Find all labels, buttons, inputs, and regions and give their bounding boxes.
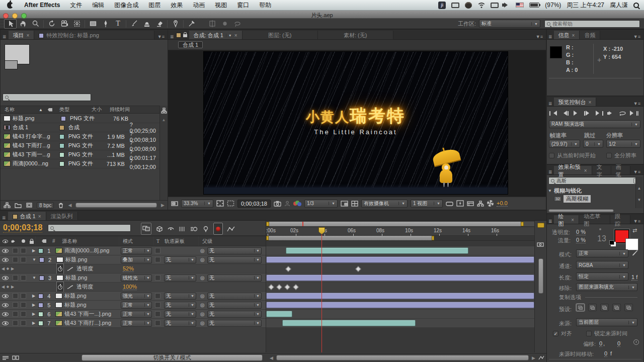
preserve-transparency-box[interactable] bbox=[155, 275, 160, 281]
layer-bar-lane-2[interactable] bbox=[266, 255, 534, 264]
expand-arrow-icon[interactable]: ▶ bbox=[32, 294, 35, 298]
layer-row-7[interactable]: ▶ 7 镜43 下雨打...].png 正常▼ 无▼ ◎ 无▼ bbox=[0, 319, 266, 328]
parent-dropdown[interactable]: 无▼ bbox=[207, 247, 262, 254]
tab-layer-viewer[interactable]: 图层: (无) bbox=[243, 31, 318, 39]
duration-frames-value[interactable]: 1 f bbox=[631, 274, 637, 281]
lock-icon[interactable] bbox=[183, 34, 187, 37]
previous-frame-button[interactable] bbox=[560, 110, 569, 117]
menu-file[interactable]: 文件 bbox=[65, 1, 87, 10]
comp-marker-bin[interactable] bbox=[537, 223, 544, 228]
lock-box[interactable] bbox=[21, 257, 26, 262]
show-snapshot-icon[interactable] bbox=[284, 201, 290, 207]
offset-x-value[interactable]: 0 bbox=[599, 340, 602, 347]
lock-box[interactable] bbox=[21, 293, 26, 299]
scroll-right-icon[interactable]: ▶ bbox=[161, 203, 165, 208]
property-row-opacity[interactable]: ◀ ■ ▶ 透明度 52% bbox=[0, 264, 266, 274]
tab-paint-brushes[interactable]: 画笔 bbox=[611, 166, 630, 174]
layer-duration-bar[interactable] bbox=[266, 311, 292, 317]
clone-preset-4[interactable] bbox=[612, 304, 621, 311]
layer-bar-lane-1[interactable] bbox=[266, 246, 534, 255]
offset-y-value[interactable]: 0 bbox=[617, 340, 620, 347]
viewer-pasteboard[interactable]: 小黄人瑞考特 The Little Raincoat bbox=[168, 50, 546, 197]
collapse-arrow-icon[interactable]: ▼ bbox=[32, 257, 36, 262]
composition-canvas[interactable]: 小黄人瑞考特 The Little Raincoat bbox=[204, 52, 508, 194]
resolution-dropdown[interactable]: 1/3▼ bbox=[304, 200, 338, 208]
solo-box[interactable] bbox=[13, 257, 18, 262]
timeline-button-icon[interactable] bbox=[467, 201, 474, 207]
panel-menu-icon[interactable]: ▼≡ bbox=[154, 34, 168, 39]
label-swatch[interactable] bbox=[59, 152, 64, 157]
source-time-shift-value[interactable]: 0 bbox=[604, 350, 607, 357]
label-swatch[interactable] bbox=[59, 125, 64, 130]
blend-mode-dropdown[interactable]: 正常▼ bbox=[121, 247, 152, 254]
motion-blur-icon[interactable] bbox=[190, 226, 198, 232]
hand-tool-icon[interactable] bbox=[17, 19, 29, 29]
layer-label-swatch[interactable] bbox=[38, 294, 43, 299]
scroll-down-icon[interactable]: ▼ bbox=[636, 198, 642, 202]
solo-box[interactable] bbox=[13, 248, 18, 253]
preview-resolution-dropdown[interactable]: 1/2▼ bbox=[606, 140, 640, 148]
panel-menu-icon[interactable]: ▼≡ bbox=[630, 34, 643, 39]
help-search-input[interactable] bbox=[552, 21, 637, 27]
clone-stamp-tool-icon[interactable] bbox=[140, 19, 153, 29]
layer-label-swatch[interactable] bbox=[38, 312, 43, 317]
clone-preset-5[interactable] bbox=[624, 304, 633, 311]
layer-bar-lane-6[interactable] bbox=[266, 310, 534, 319]
work-area-end-handle[interactable] bbox=[432, 236, 434, 240]
pin-tool-icon[interactable] bbox=[185, 19, 198, 29]
tab-audio[interactable]: 音频 bbox=[580, 31, 600, 39]
layer-row-4[interactable]: ▶ 4 标题.png 强光▼ 无▼ ◎ 无▼ bbox=[0, 292, 266, 301]
help-search-field[interactable] bbox=[544, 20, 640, 28]
lock-box[interactable] bbox=[21, 320, 26, 326]
hscroll-left-icon[interactable]: ◀ bbox=[270, 355, 273, 360]
preserve-transparency-box[interactable] bbox=[155, 248, 160, 253]
background-color-swatch[interactable] bbox=[625, 238, 638, 250]
lock-box[interactable] bbox=[21, 302, 26, 308]
eye-icon[interactable] bbox=[2, 276, 9, 280]
new-composition-icon[interactable] bbox=[26, 202, 33, 208]
swap-colors-icon[interactable]: ⇄ bbox=[632, 227, 637, 234]
ram-preview-options-dropdown[interactable]: RAM 预演选项▼ bbox=[549, 120, 640, 128]
layer-bar-lane-4[interactable] bbox=[266, 292, 534, 301]
from-current-time-checkbox[interactable]: 从当前时间开始 bbox=[549, 152, 596, 159]
display-status-icon[interactable] bbox=[451, 3, 459, 8]
input-language-flag-icon[interactable] bbox=[516, 3, 524, 8]
view-layout-dropdown[interactable]: 1 视图▼ bbox=[411, 200, 443, 208]
solo-box[interactable] bbox=[13, 320, 18, 326]
tab-effects-presets[interactable]: 效果和预置× bbox=[554, 166, 592, 174]
blend-mode-dropdown[interactable]: 强光▼ bbox=[121, 293, 152, 300]
layer-duration-bar[interactable] bbox=[266, 275, 534, 281]
source-name-column[interactable]: 源名称 bbox=[62, 238, 77, 245]
transparency-grid-icon[interactable] bbox=[351, 201, 358, 207]
blend-mode-dropdown[interactable]: 正常▼ bbox=[121, 311, 152, 318]
menu-view[interactable]: 视图 bbox=[210, 1, 232, 10]
parent-dropdown[interactable]: 无▼ bbox=[207, 256, 262, 263]
tab-paint[interactable]: 绘图× bbox=[554, 215, 580, 224]
hscroll-right-icon[interactable]: ▶ bbox=[532, 355, 535, 360]
tab-tracker[interactable]: 跟踪 bbox=[610, 215, 630, 224]
close-icon[interactable]: × bbox=[589, 100, 592, 105]
clone-preset-1[interactable] bbox=[576, 304, 585, 311]
zoom-slider-icon[interactable] bbox=[538, 355, 544, 360]
lock-box[interactable] bbox=[21, 248, 26, 253]
pixel-aspect-icon[interactable] bbox=[446, 201, 453, 207]
parent-column[interactable]: 父级 bbox=[202, 238, 212, 245]
layer-row-3[interactable]: ▼ 3 标题.png 线性光▼ 无▼ ◎ 无▼ bbox=[0, 274, 266, 283]
menu-help[interactable]: 帮助 bbox=[254, 1, 276, 10]
menu-layer[interactable]: 图层 bbox=[143, 1, 166, 10]
expand-transfer-controls-icon[interactable] bbox=[12, 355, 19, 360]
loop-icon[interactable] bbox=[619, 110, 627, 117]
tab-timeline-comp[interactable]: 合成 1× bbox=[8, 212, 46, 220]
fast-preview-icon[interactable] bbox=[456, 200, 464, 207]
comp-mini-flowchart-icon[interactable] bbox=[141, 223, 151, 235]
clone-source-dropdown[interactable]: 当前图层▼ bbox=[576, 318, 637, 326]
tab-footage-viewer[interactable]: 素材: (无) bbox=[318, 31, 393, 39]
next-keyframe-icon[interactable]: ▶ bbox=[11, 266, 14, 271]
project-scrollbar[interactable]: ▲ bbox=[159, 106, 168, 209]
layer-label-swatch[interactable] bbox=[38, 303, 43, 308]
puppet-pin-tool-icon[interactable] bbox=[169, 19, 182, 29]
exposure-shutter-icon[interactable] bbox=[487, 200, 494, 207]
effects-item-row[interactable]: 32 高斯模糊 bbox=[554, 195, 591, 203]
layer-bar-lane-3[interactable] bbox=[266, 274, 534, 283]
navigator-start-handle[interactable] bbox=[266, 222, 269, 226]
